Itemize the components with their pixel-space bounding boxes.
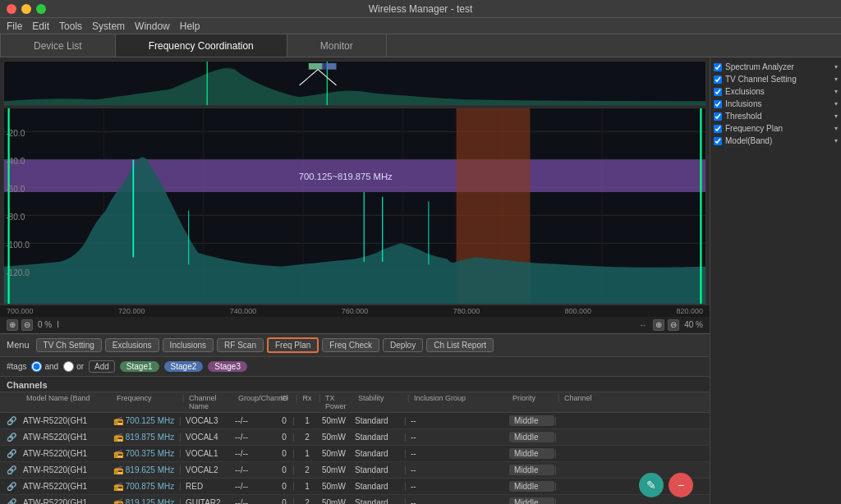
cell-freq: 📻 819.875 MHz bbox=[113, 433, 179, 442]
menu-btn-exclusions[interactable]: Exclusions bbox=[105, 338, 159, 352]
table-row[interactable]: 🔗 ATW-R5220(GH1 📻 700.375 MHz | VOCAL1 -… bbox=[0, 446, 710, 462]
cell-priority: Middle bbox=[509, 415, 554, 426]
label-inclusions: Inclusions bbox=[725, 99, 761, 108]
cell-rx: 1 bbox=[299, 482, 315, 491]
chevron-model-band[interactable]: ▾ bbox=[834, 137, 838, 144]
menu-btn-deploy[interactable]: Deploy bbox=[383, 338, 423, 352]
minimize-button[interactable] bbox=[21, 4, 31, 14]
tab-frequency-coordination[interactable]: Frequency Coordination bbox=[116, 34, 287, 57]
cell-inclusion: -- bbox=[411, 465, 509, 474]
cell-freq: 📻 700.125 MHz bbox=[113, 416, 179, 425]
col-header-rx: Rx bbox=[299, 394, 315, 410]
checkbox-inclusions[interactable] bbox=[714, 100, 722, 108]
svg-text:-40.0: -40.0 bbox=[6, 157, 25, 166]
cell-group: --/-- bbox=[235, 482, 276, 491]
x-axis: 700.000 720.000 740.000 760.000 780.000 … bbox=[0, 305, 710, 317]
cell-freq: 📻 819.625 MHz bbox=[113, 465, 179, 474]
checkbox-model-band[interactable] bbox=[714, 137, 722, 145]
chevron-exclusions[interactable]: ▾ bbox=[834, 88, 838, 95]
tag-stage1[interactable]: Stage1 bbox=[120, 361, 159, 372]
cell-rx: 2 bbox=[299, 433, 315, 442]
tab-monitor[interactable]: Monitor bbox=[287, 34, 387, 57]
channels-section: Channels Model Name (Band Frequency | Ch… bbox=[0, 377, 710, 504]
add-tag-button[interactable]: Add bbox=[89, 360, 115, 373]
cell-model: ATW-R5220(GH1 bbox=[23, 433, 113, 442]
menu-window[interactable]: Window bbox=[135, 21, 170, 32]
cell-inclusion: -- bbox=[411, 449, 509, 458]
checkbox-spectrum[interactable] bbox=[714, 63, 722, 71]
close-button[interactable] bbox=[7, 4, 16, 14]
chevron-inclusions[interactable]: ▾ bbox=[834, 100, 838, 108]
checkbox-freq-plan[interactable] bbox=[714, 125, 722, 133]
right-panel: Spectrum Analyzer ▾ TV Channel Setting ▾… bbox=[710, 57, 841, 504]
menu-btn-tv-ch[interactable]: TV Ch Setting bbox=[36, 338, 102, 352]
menu-btn-inclusions[interactable]: Inclusions bbox=[163, 338, 214, 352]
zoom-controls: ⊕ ⊖ 0 % I ↔ ⊕ ⊖ 40 % bbox=[0, 317, 710, 333]
table-row[interactable]: 🔗 ATW-R5220(GH1 📻 819.625 MHz | VOCAL2 -… bbox=[0, 462, 710, 479]
edit-button[interactable]: ✎ bbox=[639, 473, 664, 497]
link-icon: 🔗 bbox=[7, 433, 23, 442]
radio-or-input[interactable] bbox=[63, 361, 74, 372]
panel-item-tv: TV Channel Setting ▾ bbox=[714, 73, 838, 85]
svg-rect-5 bbox=[327, 63, 336, 70]
cell-group: --/-- bbox=[235, 449, 276, 458]
label-threshold: Threshold bbox=[725, 112, 761, 121]
zoom-in-right[interactable]: ⊕ bbox=[653, 319, 664, 331]
window-title: Wireless Manager - test bbox=[369, 3, 473, 15]
chevron-tv[interactable]: ▾ bbox=[834, 76, 838, 83]
cell-channel: VOCAL2 bbox=[186, 465, 235, 474]
cell-group: --/-- bbox=[235, 465, 276, 474]
traffic-lights bbox=[7, 4, 46, 14]
menu-btn-rf-scan[interactable]: RF Scan bbox=[217, 338, 264, 352]
menu-file[interactable]: File bbox=[7, 21, 22, 32]
zoom-out-left[interactable]: ⊖ bbox=[21, 319, 33, 331]
cell-channel: VOCAL1 bbox=[186, 449, 235, 458]
cell-tx: 50mW bbox=[322, 449, 355, 458]
table-row[interactable]: 🔗 ATW-R5220(GH1 📻 700.125 MHz | VOCAL3 -… bbox=[0, 413, 710, 429]
titlebar: Wireless Manager - test bbox=[0, 0, 841, 18]
menu-help[interactable]: Help bbox=[180, 21, 200, 32]
menu-btn-freq-plan[interactable]: Freq Plan bbox=[267, 337, 319, 353]
menu-tools[interactable]: Tools bbox=[59, 21, 82, 32]
chevron-freq-plan[interactable]: ▾ bbox=[834, 125, 838, 132]
tag-stage2[interactable]: Stage2 bbox=[164, 361, 204, 372]
cell-tx: 50mW bbox=[322, 498, 355, 504]
checkbox-tv[interactable] bbox=[714, 76, 722, 84]
cell-id: 0 bbox=[276, 416, 292, 425]
cell-freq: 📻 700.875 MHz bbox=[113, 482, 179, 491]
maximize-button[interactable] bbox=[36, 4, 46, 14]
menu-btn-ch-list[interactable]: Ch List Report bbox=[426, 338, 494, 352]
col-header-model: Model Name (Band bbox=[23, 394, 113, 410]
nav-tabs: Device List Frequency Coordination Monit… bbox=[0, 34, 841, 57]
radio-and-input[interactable] bbox=[31, 361, 42, 372]
menubar: File Edit Tools System Window Help bbox=[0, 18, 841, 34]
chevron-spectrum[interactable]: ▾ bbox=[834, 63, 838, 71]
menu-system[interactable]: System bbox=[92, 21, 125, 32]
menu-label: Menu bbox=[7, 340, 30, 350]
checkbox-exclusions[interactable] bbox=[714, 88, 722, 96]
cell-tx: 50mW bbox=[322, 433, 355, 442]
svg-text:-120.0: -120.0 bbox=[6, 268, 30, 277]
tag-stage3[interactable]: Stage3 bbox=[208, 361, 247, 372]
svg-rect-4 bbox=[323, 63, 328, 70]
table-row[interactable]: 🔗 ATW-R5220(GH1 📻 819.125 MHz | GUITAR2 … bbox=[0, 495, 710, 504]
menu-btn-freq-check[interactable]: Freq Check bbox=[322, 338, 379, 352]
table-row[interactable]: 🔗 ATW-R5220(GH1 📻 819.875 MHz | VOCAL4 -… bbox=[0, 429, 710, 446]
cell-rx: 1 bbox=[299, 449, 315, 458]
chevron-threshold[interactable]: ▾ bbox=[834, 112, 838, 120]
table-row[interactable]: 🔗 ATW-R5220(GH1 📻 700.875 MHz | RED --/-… bbox=[0, 479, 710, 495]
radio-or: or bbox=[63, 361, 84, 372]
link-icon: 🔗 bbox=[7, 449, 23, 458]
cell-inclusion: -- bbox=[411, 416, 509, 425]
tab-device-list[interactable]: Device List bbox=[0, 34, 116, 57]
zoom-in-left[interactable]: ⊕ bbox=[7, 319, 18, 331]
menu-edit[interactable]: Edit bbox=[32, 21, 49, 32]
spectrum-chart[interactable]: 700.125~819.875 MHz -20.0 -40.0 -60.0 -8… bbox=[3, 108, 706, 305]
link-icon: 🔗 bbox=[7, 465, 23, 474]
delete-button[interactable]: − bbox=[669, 473, 693, 497]
cell-priority: Middle bbox=[509, 448, 554, 459]
cell-rx: 1 bbox=[299, 416, 315, 425]
float-buttons: ✎ − bbox=[639, 473, 693, 497]
checkbox-threshold[interactable] bbox=[714, 112, 722, 121]
zoom-out-right[interactable]: ⊖ bbox=[668, 319, 679, 331]
